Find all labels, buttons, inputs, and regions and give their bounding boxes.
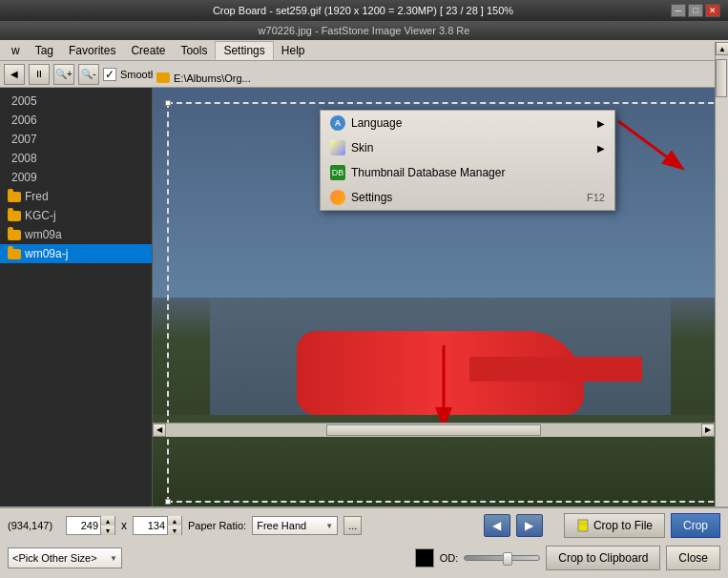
pick-size-select[interactable]: <Pick Other Size> ▼: [8, 547, 122, 568]
folder-icon-kgcj: [8, 211, 21, 221]
red-arrow-bottom: [410, 341, 477, 426]
height-spinbox[interactable]: ▲ ▼: [133, 516, 182, 535]
prev-btn[interactable]: ◀: [4, 64, 25, 85]
folder-fred[interactable]: Fred: [0, 187, 152, 206]
menu-item-favorites[interactable]: Favorites: [61, 42, 123, 59]
crop-to-file-button[interactable]: Crop to File: [564, 513, 665, 538]
dropdown-language[interactable]: A Language ▶: [321, 111, 614, 135]
svg-line-0: [618, 121, 680, 167]
free-hand-arrow: ▼: [325, 522, 333, 530]
dropdown-settings[interactable]: Settings F12: [321, 185, 614, 210]
prev-media-btn[interactable]: ◀: [484, 514, 510, 537]
pick-size-arrow: ▼: [110, 554, 117, 563]
crop-label: Crop: [683, 519, 708, 532]
scroll-v-thumb[interactable]: [716, 59, 727, 97]
year-list: 2005 2006 2007 2008 2009 Fred KGC-j wm09…: [0, 88, 152, 267]
pick-size-label: <Pick Other Size>: [12, 552, 97, 564]
bg-window: w70226.jpg - FastStone Image Viewer 3.8 …: [0, 21, 728, 507]
pause-btn[interactable]: ⏸: [29, 64, 50, 85]
left-panel: 2005 2006 2007 2008 2009 Fred KGC-j wm09…: [0, 88, 153, 507]
opacity-slider-thumb[interactable]: [503, 552, 512, 566]
year-2008[interactable]: 2008: [0, 149, 152, 168]
h-scrollbar[interactable]: ◀ ▶: [153, 423, 715, 436]
menu-item-create[interactable]: Create: [123, 42, 173, 59]
red-arrow-top: [609, 112, 695, 178]
folder-label-wm09aj: wm09a-j: [25, 247, 68, 260]
svg-rect-2: [578, 520, 588, 531]
language-arrow: ▶: [597, 118, 605, 129]
height-down-arrow[interactable]: ▼: [168, 526, 181, 535]
menu-item-tag[interactable]: Tag: [28, 42, 61, 59]
language-icon: A: [330, 115, 345, 131]
folder-icon-fred: [8, 192, 21, 202]
path-text: E:\Albums\Org...: [174, 72, 251, 84]
height-arrows[interactable]: ▲ ▼: [167, 516, 181, 535]
dropdown-skin[interactable]: Skin ▶: [321, 135, 614, 160]
year-2005[interactable]: 2005: [0, 92, 152, 111]
smooth-label: Smooth: [120, 69, 156, 80]
menu-bar: w Tag Favorites Create Tools Settings He…: [0, 40, 728, 61]
menu-item-tools[interactable]: Tools: [173, 42, 215, 59]
menu-item-help[interactable]: Help: [274, 42, 313, 59]
folder-icon-wm09aj: [8, 249, 21, 259]
next-media-btn[interactable]: ▶: [516, 514, 543, 537]
title-controls: ─ □ ✕: [671, 4, 720, 17]
coord-label: (934,147): [8, 520, 60, 531]
ratio-options-btn[interactable]: ...: [343, 516, 362, 535]
scroll-h-track[interactable]: [166, 423, 701, 437]
minimize-button[interactable]: ─: [671, 4, 686, 17]
height-input[interactable]: [134, 520, 167, 531]
height-up-arrow[interactable]: ▲: [168, 516, 181, 526]
zoom-in-btn[interactable]: 🔍+: [53, 64, 74, 85]
maximize-button[interactable]: □: [688, 4, 703, 17]
close-button[interactable]: ✕: [705, 4, 720, 17]
free-hand-select[interactable]: Free Hand ▼: [252, 516, 338, 535]
folder-kgcj[interactable]: KGC-j: [0, 206, 152, 225]
dropdown-menu: A Language ▶ Skin ▶ DB Thumbnail Databas…: [320, 110, 615, 211]
zoom-out-btn[interactable]: 🔍-: [78, 64, 99, 85]
smooth-checkbox[interactable]: ✓: [103, 68, 116, 81]
settings-icon: [330, 190, 345, 205]
menu-item-settings[interactable]: Settings: [215, 41, 273, 60]
paper-ratio-label: Paper Ratio:: [188, 520, 246, 531]
skin-arrow: ▶: [597, 143, 605, 154]
od-label: OD:: [440, 552, 459, 564]
folder-icon: [156, 72, 170, 83]
scroll-right-btn[interactable]: ▶: [701, 423, 715, 437]
width-input[interactable]: [67, 520, 100, 531]
year-2009[interactable]: 2009: [0, 168, 152, 187]
opacity-slider[interactable]: [464, 555, 540, 561]
folder-label-kgcj: KGC-j: [25, 209, 56, 222]
close-button-bottom[interactable]: Close: [666, 546, 720, 570]
width-spinbox[interactable]: ▲ ▼: [66, 516, 115, 535]
free-hand-label: Free Hand: [257, 520, 306, 531]
fs-title-bar: w70226.jpg - FastStone Image Viewer 3.8 …: [0, 21, 728, 40]
x-separator: x: [121, 519, 127, 532]
main-area: w70226.jpg - FastStone Image Viewer 3.8 …: [0, 21, 728, 578]
to-clipboard-label: Crop to Clipboard: [558, 551, 648, 565]
width-up-arrow[interactable]: ▲: [101, 516, 114, 526]
scroll-left-btn[interactable]: ◀: [153, 423, 166, 437]
settings-label: Settings: [351, 191, 392, 204]
year-2006[interactable]: 2006: [0, 111, 152, 130]
dropdown-thumbnail-db[interactable]: DB Thumbnail Database Manager: [321, 160, 614, 185]
folder-wm09aj[interactable]: wm09a-j: [0, 244, 152, 263]
path-bar: E:\Albums\Org...: [153, 69, 715, 88]
crop-to-clipboard-button[interactable]: Crop to Clipboard: [546, 546, 660, 570]
width-down-arrow[interactable]: ▼: [101, 526, 114, 535]
year-2007[interactable]: 2007: [0, 130, 152, 149]
skin-label: Skin: [351, 141, 373, 155]
menu-item-w[interactable]: w: [4, 42, 28, 59]
scroll-up-btn[interactable]: ▲: [716, 42, 728, 55]
width-arrows[interactable]: ▲ ▼: [100, 516, 114, 535]
fs-title-text: w70226.jpg - FastStone Image Viewer 3.8 …: [259, 25, 470, 36]
v-scrollbar[interactable]: ▲: [715, 42, 728, 507]
title-text: Crop Board - set259.gif (1920 x 1200 = 2…: [55, 5, 671, 16]
folder-wm09a[interactable]: wm09a: [0, 225, 152, 244]
settings-shortcut: F12: [587, 192, 605, 203]
skin-icon: [330, 140, 345, 155]
scroll-h-thumb[interactable]: [326, 424, 540, 436]
crop-button[interactable]: Crop: [671, 513, 720, 538]
thumbnail-db-label: Thumbnail Database Manager: [351, 166, 505, 179]
color-swatch[interactable]: [415, 548, 434, 568]
